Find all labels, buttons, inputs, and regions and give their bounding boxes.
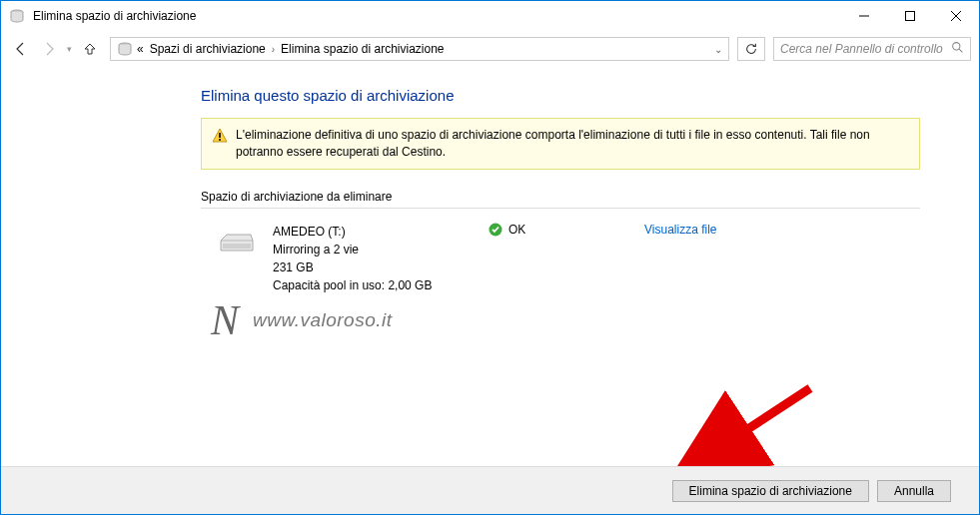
ok-icon [489,223,502,237]
footer: Elimina spazio di archiviazione Annulla [1,466,979,514]
window-controls [841,1,979,31]
delete-button[interactable]: Elimina spazio di archiviazione [672,480,869,502]
breadcrumb-item[interactable]: Elimina spazio di archiviazione [281,42,444,56]
watermark-text: www.valoroso.it [253,309,393,331]
breadcrumb-separator: › [272,44,275,55]
app-icon [9,8,25,24]
drive-name: AMEDEO (T:) [273,223,473,241]
svg-point-6 [953,43,960,50]
warning-text: L'eliminazione definitiva di uno spazio … [236,127,909,161]
svg-line-12 [682,388,810,472]
status-text: OK [508,223,525,237]
drive-pool-usage: Capacità pool in uso: 2,00 GB [273,276,473,294]
warning-icon [212,128,228,144]
drive-status: OK [489,223,628,237]
svg-rect-10 [223,244,251,249]
search-input[interactable]: Cerca nel Pannello di controllo [773,37,971,61]
breadcrumb-item[interactable]: Spazi di archiviazione [150,42,266,56]
drive-icon [217,231,257,258]
drive-mode: Mirroring a 2 vie [273,241,473,258]
back-button[interactable] [9,37,33,61]
close-button[interactable] [933,1,979,31]
address-bar[interactable]: « Spazi di archiviazione › Elimina spazi… [110,37,729,61]
watermark-logo: N [211,296,239,344]
cancel-button[interactable]: Annulla [877,480,951,502]
main-content: Elimina questo spazio di archiviazione L… [1,67,979,294]
up-button[interactable] [78,37,102,61]
refresh-button[interactable] [737,37,765,61]
maximize-button[interactable] [887,1,933,31]
window-title: Elimina spazio di archiviazione [33,9,841,23]
section-label: Spazio di archiviazione da eliminare [201,190,979,204]
view-files-link[interactable]: Visualizza file [644,223,716,237]
breadcrumb-prefix: « [137,42,144,56]
svg-point-9 [219,139,221,141]
drive-size: 231 GB [273,258,473,276]
section-divider [201,208,920,209]
watermark: N www.valoroso.it [211,296,393,344]
address-dropdown[interactable]: ⌄ [714,44,722,55]
page-title: Elimina questo spazio di archiviazione [201,87,979,104]
minimize-button[interactable] [841,1,887,31]
search-icon [951,41,964,57]
search-placeholder: Cerca nel Pannello di controllo [780,42,951,56]
svg-rect-8 [219,133,221,138]
recent-dropdown[interactable]: ▾ [65,44,74,54]
drive-info: AMEDEO (T:) Mirroring a 2 vie 231 GB Cap… [273,223,473,294]
svg-rect-2 [906,12,915,21]
navbar: ▾ « Spazi di archiviazione › Elimina spa… [1,31,979,67]
titlebar: Elimina spazio di archiviazione [1,1,979,31]
drive-row: AMEDEO (T:) Mirroring a 2 vie 231 GB Cap… [201,223,979,294]
forward-button[interactable] [37,37,61,61]
svg-line-7 [959,49,962,52]
warning-banner: L'eliminazione definitiva di uno spazio … [201,118,920,170]
address-icon [117,41,133,57]
